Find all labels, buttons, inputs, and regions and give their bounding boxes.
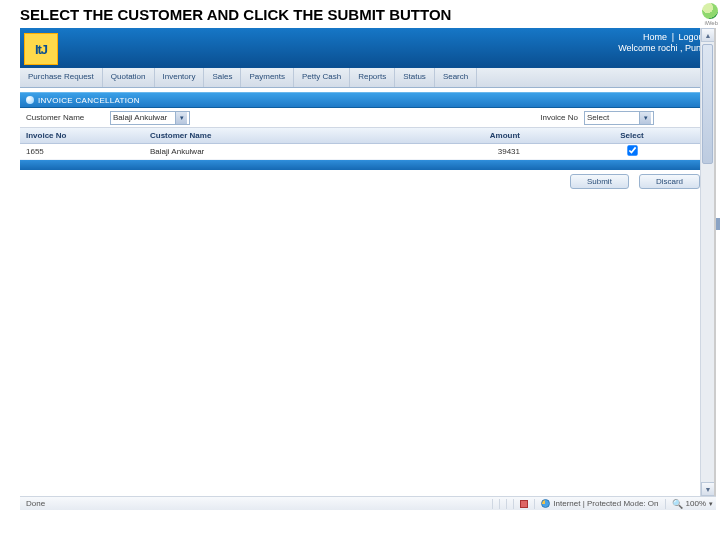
section-header: INVOICE CANCELLATION xyxy=(20,92,714,108)
submit-button[interactable]: Submit xyxy=(570,174,629,189)
col-select: Select xyxy=(550,131,714,140)
scroll-up-icon[interactable]: ▲ xyxy=(701,28,715,42)
brand-corner: iWeb xyxy=(638,0,718,28)
internet-zone-icon xyxy=(541,499,550,508)
app-header: ItJ Home | Logout Welcome rochi , Pune xyxy=(20,28,714,68)
customer-select-value: Balaji Ankulwar xyxy=(113,113,167,122)
status-zone-text: Internet | Protected Mode: On xyxy=(553,499,658,508)
instruction-heading: SELECT THE CUSTOMER AND CLICK THE SUBMIT… xyxy=(0,0,720,27)
vertical-scrollbar[interactable]: ▲ ▼ xyxy=(700,28,714,496)
col-customer-name: Customer Name xyxy=(150,131,390,140)
cell-invoice-no: 1655 xyxy=(20,147,150,156)
section-title: INVOICE CANCELLATION xyxy=(38,96,140,105)
table-header: Invoice No Customer Name Amount Select xyxy=(20,128,714,144)
home-link[interactable]: Home xyxy=(643,32,667,42)
row-select-checkbox[interactable] xyxy=(627,145,637,155)
customer-name-label: Customer Name xyxy=(20,113,110,122)
scroll-down-icon[interactable]: ▼ xyxy=(701,482,715,496)
tab-inventory[interactable]: Inventory xyxy=(155,68,205,87)
status-zoom[interactable]: 🔍 100% ▾ xyxy=(669,499,716,509)
action-row: Submit Discard xyxy=(20,170,714,192)
tab-payments[interactable]: Payments xyxy=(241,68,294,87)
discard-button[interactable]: Discard xyxy=(639,174,700,189)
separator-bar xyxy=(20,160,714,170)
chevron-down-icon: ▾ xyxy=(709,500,713,508)
browser-statusbar: Done Internet | Protected Mode: On 🔍 100… xyxy=(20,496,716,510)
table-row: 1655 Balaji Ankulwar 39431 xyxy=(20,144,714,160)
brand-text: iWeb xyxy=(704,20,718,26)
chevron-down-icon: ▾ xyxy=(175,112,187,124)
zoom-value: 100% xyxy=(686,499,706,508)
bullet-icon xyxy=(26,96,34,104)
chevron-down-icon: ▾ xyxy=(639,112,651,124)
customer-select[interactable]: Balaji Ankulwar ▾ xyxy=(110,111,190,125)
invoice-select[interactable]: Select ▾ xyxy=(584,111,654,125)
tab-sales[interactable]: Sales xyxy=(204,68,241,87)
right-gutter xyxy=(716,28,720,496)
tab-petty-cash[interactable]: Petty Cash xyxy=(294,68,350,87)
invoice-select-value: Select xyxy=(587,113,609,122)
status-zone[interactable]: Internet | Protected Mode: On xyxy=(538,499,661,508)
scroll-thumb[interactable] xyxy=(702,44,713,164)
welcome-text: Welcome rochi , Pune xyxy=(618,43,706,54)
col-invoice-no: Invoice No xyxy=(20,131,150,140)
zoom-icon: 🔍 xyxy=(672,499,683,509)
popup-blocked-icon xyxy=(520,500,528,508)
cell-amount: 39431 xyxy=(390,147,550,156)
main-tabs: Purchase Request Quotation Inventory Sal… xyxy=(20,68,714,88)
tab-status[interactable]: Status xyxy=(395,68,435,87)
tab-search[interactable]: Search xyxy=(435,68,477,87)
status-popup[interactable] xyxy=(517,500,531,508)
tab-reports[interactable]: Reports xyxy=(350,68,395,87)
invoice-no-label: Invoice No xyxy=(464,113,584,122)
tab-purchase-request[interactable]: Purchase Request xyxy=(20,68,103,87)
logo: ItJ xyxy=(24,33,58,65)
filter-row: Customer Name Balaji Ankulwar ▾ Invoice … xyxy=(20,108,714,128)
app-viewport: ItJ Home | Logout Welcome rochi , Pune P… xyxy=(20,28,716,496)
globe-icon xyxy=(702,3,718,19)
tab-quotation[interactable]: Quotation xyxy=(103,68,155,87)
status-done: Done xyxy=(20,499,80,508)
col-amount: Amount xyxy=(390,131,550,140)
header-right: Home | Logout Welcome rochi , Pune xyxy=(618,32,706,54)
cell-customer-name: Balaji Ankulwar xyxy=(150,147,390,156)
